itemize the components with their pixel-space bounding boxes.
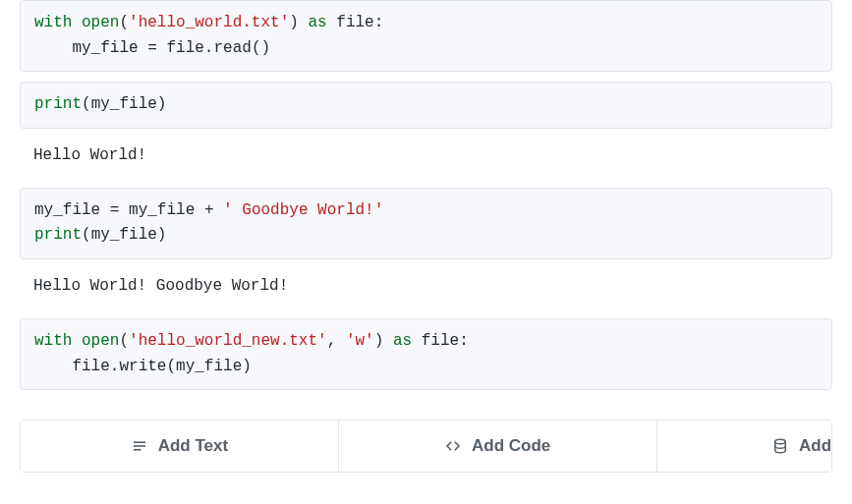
code-token: : xyxy=(459,332,469,350)
code-token: print xyxy=(34,226,82,244)
text-lines-icon xyxy=(131,437,148,455)
code-token: . xyxy=(110,358,120,375)
code-token: ) xyxy=(242,358,252,375)
code-token: write xyxy=(119,358,166,375)
notebook-cells: with open('hello_world.txt') as file: my… xyxy=(0,0,852,390)
notebook-toolbar: Add Text Add Code Add xyxy=(20,420,832,473)
add-text-label: Add Text xyxy=(158,436,228,456)
code-brackets-icon xyxy=(444,437,462,455)
code-token: : xyxy=(374,14,384,31)
code-token: () xyxy=(252,39,270,57)
code-token: print xyxy=(34,95,82,113)
add-code-label: Add Code xyxy=(472,436,550,456)
code-token: with xyxy=(34,332,72,350)
code-token: as xyxy=(393,332,412,350)
code-token: my_file xyxy=(176,358,242,375)
code-token: open xyxy=(82,332,119,350)
code-token: my_file xyxy=(72,39,138,57)
code-token: = xyxy=(110,201,120,219)
code-token: my_file xyxy=(34,201,100,219)
code-cell[interactable]: with open('hello_world_new.txt', 'w') as… xyxy=(20,318,832,390)
code-token: ) xyxy=(374,332,384,350)
code-token: my_file xyxy=(91,226,157,244)
code-token: with xyxy=(34,14,72,31)
add-text-button[interactable]: Add Text xyxy=(21,420,339,472)
code-token: 'w' xyxy=(346,332,374,350)
code-token: ( xyxy=(166,358,176,375)
code-token: , xyxy=(327,332,337,350)
code-token: ( xyxy=(82,95,91,113)
add-code-button[interactable]: Add Code xyxy=(339,420,657,472)
code-token: file xyxy=(336,14,373,31)
code-token: open xyxy=(82,14,119,31)
code-token: ) xyxy=(289,14,299,31)
add-data-button[interactable]: Add xyxy=(657,420,832,472)
code-token: 'hello_world_new.txt' xyxy=(129,332,327,350)
code-token: my_file xyxy=(91,95,157,113)
code-token: ( xyxy=(82,226,91,244)
code-token: file xyxy=(166,39,203,57)
code-token: 'hello_world.txt' xyxy=(129,14,289,31)
code-token: file xyxy=(422,332,459,350)
code-token: ) xyxy=(157,95,167,113)
code-token: my_file xyxy=(129,201,195,219)
code-cell[interactable]: my_file = my_file + ' Goodbye World!' pr… xyxy=(20,188,832,259)
add-data-label: Add xyxy=(799,436,831,456)
code-token: ( xyxy=(119,332,129,350)
code-cell[interactable]: print(my_file) xyxy=(20,82,832,129)
code-token: ) xyxy=(157,226,167,244)
svg-point-3 xyxy=(775,439,786,444)
code-token: + xyxy=(204,201,214,219)
code-token: ' Goodbye World!' xyxy=(223,201,383,219)
output-cell: Hello World! Goodbye World! xyxy=(20,269,832,308)
database-icon xyxy=(771,437,789,455)
code-token: = xyxy=(147,39,157,57)
output-cell: Hello World! xyxy=(20,139,832,178)
code-cell[interactable]: with open('hello_world.txt') as file: my… xyxy=(20,0,832,72)
code-token: read xyxy=(213,39,251,57)
code-token: ( xyxy=(119,14,129,31)
code-token: as xyxy=(308,14,326,31)
code-token: file xyxy=(72,358,109,375)
